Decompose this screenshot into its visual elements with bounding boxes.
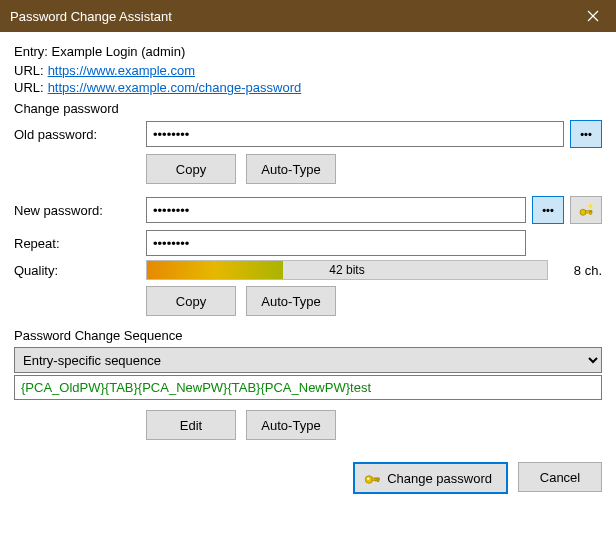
entry-row: Entry: Example Login (admin) <box>14 44 602 59</box>
entry-value: Example Login (admin) <box>52 44 186 59</box>
quality-char-count: 8 ch. <box>554 263 602 278</box>
new-password-input[interactable] <box>146 197 526 223</box>
quality-bits: 42 bits <box>329 263 364 277</box>
titlebar: Password Change Assistant <box>0 0 616 32</box>
url-link-1[interactable]: https://www.example.com <box>48 63 195 78</box>
autotype-old-password-button[interactable]: Auto-Type <box>246 154 336 184</box>
sequence-heading: Password Change Sequence <box>14 328 602 343</box>
sequence-token: {PCA_OldPW} <box>21 380 105 395</box>
repeat-password-label: Repeat: <box>14 236 146 251</box>
url-row-2: URL: https://www.example.com/change-pass… <box>14 80 602 95</box>
copy-old-password-button[interactable]: Copy <box>146 154 236 184</box>
change-password-label: Change password <box>387 471 492 486</box>
repeat-password-row: Repeat: <box>14 230 602 256</box>
svg-point-6 <box>367 478 369 480</box>
url-label-1: URL: <box>14 63 44 78</box>
reveal-new-password-button[interactable]: ••• <box>532 196 564 224</box>
sequence-display: {PCA_OldPW}{TAB}{PCA_NewPW}{TAB}{PCA_New… <box>14 375 602 400</box>
sequence-token: {TAB} <box>227 380 260 395</box>
cancel-button[interactable]: Cancel <box>518 462 602 492</box>
dots-icon: ••• <box>580 128 592 140</box>
generate-password-button[interactable] <box>570 196 602 224</box>
old-password-label: Old password: <box>14 127 146 142</box>
url-label-2: URL: <box>14 80 44 95</box>
repeat-password-input[interactable] <box>146 230 526 256</box>
entry-label: Entry: <box>14 44 48 59</box>
sequence-token: {PCA_NewPW} <box>260 380 350 395</box>
key-icon <box>363 469 381 487</box>
quality-label: Quality: <box>14 263 146 278</box>
sequence-type-dropdown[interactable]: Entry-specific sequence <box>14 347 602 373</box>
window-title: Password Change Assistant <box>10 9 570 24</box>
svg-rect-4 <box>590 211 592 215</box>
change-password-button[interactable]: Change password <box>353 462 508 494</box>
quality-row: Quality: 42 bits 8 ch. <box>14 260 602 280</box>
copy-new-password-button[interactable]: Copy <box>146 286 236 316</box>
dialog-footer: Change password Cancel <box>14 462 602 494</box>
autotype-new-password-button[interactable]: Auto-Type <box>246 286 336 316</box>
sequence-tail: test <box>350 380 371 395</box>
new-password-label: New password: <box>14 203 146 218</box>
close-icon <box>587 10 599 22</box>
svg-rect-8 <box>377 478 379 482</box>
autotype-sequence-button[interactable]: Auto-Type <box>246 410 336 440</box>
sequence-token: {TAB} <box>105 380 138 395</box>
old-password-row: Old password: ••• <box>14 120 602 148</box>
reveal-old-password-button[interactable]: ••• <box>570 120 602 148</box>
old-password-input[interactable] <box>146 121 564 147</box>
edit-sequence-button[interactable]: Edit <box>146 410 236 440</box>
new-password-row: New password: ••• <box>14 196 602 224</box>
quality-meter: 42 bits <box>146 260 548 280</box>
close-button[interactable] <box>570 0 616 32</box>
key-sparkle-icon <box>577 201 595 219</box>
change-password-heading: Change password <box>14 101 602 116</box>
url-link-2[interactable]: https://www.example.com/change-password <box>48 80 302 95</box>
dots-icon: ••• <box>542 204 554 216</box>
sequence-token: {PCA_NewPW} <box>138 380 228 395</box>
url-row-1: URL: https://www.example.com <box>14 63 602 78</box>
quality-meter-fill <box>147 261 283 279</box>
svg-rect-9 <box>375 478 377 481</box>
